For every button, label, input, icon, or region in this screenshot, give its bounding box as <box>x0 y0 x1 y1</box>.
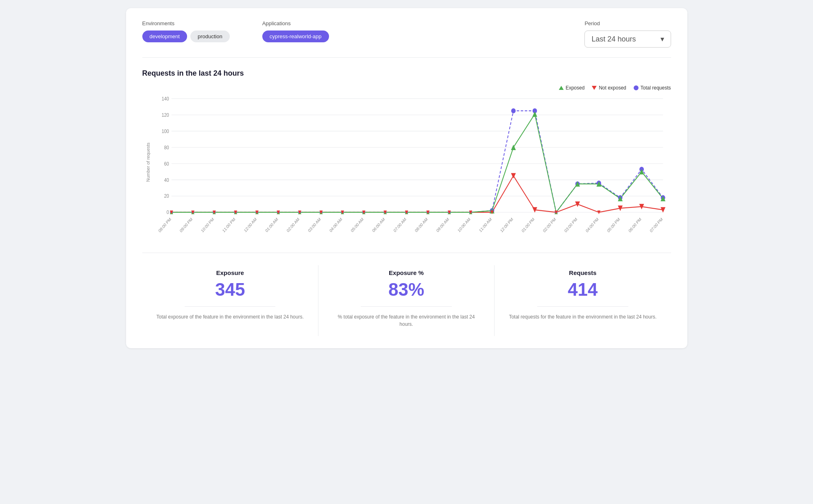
not-exposed-icon <box>592 86 597 90</box>
svg-text:08:00 PM: 08:00 PM <box>157 217 172 233</box>
svg-text:03:00 PM: 03:00 PM <box>563 217 578 233</box>
main-card: Environments development production Appl… <box>126 8 687 348</box>
chart-section: Requests in the last 24 hours Number of … <box>142 69 671 240</box>
environments-label: Environments <box>142 20 230 26</box>
stat-exposure-value: 345 <box>155 279 306 300</box>
svg-text:07:00 AM: 07:00 AM <box>392 217 407 233</box>
svg-text:10:00 AM: 10:00 AM <box>457 217 471 233</box>
legend-total-label: Total requests <box>641 85 671 91</box>
svg-text:60: 60 <box>164 161 169 166</box>
stat-exposure-pct-desc: % total exposure of the feature in the e… <box>331 313 482 328</box>
svg-text:40: 40 <box>164 177 169 183</box>
chart-wrapper: Number of requests Exposed Not exposed <box>142 85 671 240</box>
chart-container: Number of requests Exposed Not exposed <box>142 85 671 240</box>
svg-text:08:00 AM: 08:00 AM <box>414 217 428 233</box>
svg-text:09:00 AM: 09:00 AM <box>435 217 449 233</box>
exposed-icon <box>559 86 564 90</box>
environments-group: Environments development production <box>142 20 230 42</box>
svg-text:0: 0 <box>166 209 169 215</box>
svg-text:12:00 PM: 12:00 PM <box>499 217 514 233</box>
legend-not-exposed-label: Not exposed <box>599 85 626 91</box>
period-group: Period Last 24 hours ▾ <box>584 20 671 48</box>
stat-exposure-desc: Total exposure of the feature in the env… <box>155 313 306 321</box>
svg-text:03:00 AM: 03:00 AM <box>307 217 321 233</box>
stat-exposure: Exposure 345 Total exposure of the featu… <box>142 265 318 336</box>
svg-text:140: 140 <box>161 96 169 101</box>
svg-text:09:00 PM: 09:00 PM <box>179 217 193 233</box>
svg-marker-107 <box>575 201 580 207</box>
filters-row: Environments development production Appl… <box>142 20 671 58</box>
stat-requests: Requests 414 Total requests for the feat… <box>495 265 671 336</box>
svg-text:02:00 AM: 02:00 AM <box>286 217 300 233</box>
stat-requests-desc: Total requests for the feature in the en… <box>507 313 658 321</box>
chart-svg: 02040608010012014008:00 PM09:00 PM10:00 … <box>155 85 671 240</box>
svg-text:04:00 PM: 04:00 PM <box>585 217 599 233</box>
period-select[interactable]: Last 24 hours ▾ <box>584 31 671 48</box>
period-value: Last 24 hours <box>591 35 636 44</box>
svg-text:10:00 PM: 10:00 PM <box>200 217 215 233</box>
svg-text:11:00 PM: 11:00 PM <box>221 217 236 233</box>
stat-requests-label: Requests <box>507 269 658 276</box>
stat-exposure-pct-label: Exposure % <box>331 269 482 276</box>
svg-text:06:00 AM: 06:00 AM <box>371 217 386 233</box>
stat-divider-3 <box>537 306 628 307</box>
applications-group: Applications cypress-realworld-app <box>262 20 329 42</box>
svg-text:02:00 PM: 02:00 PM <box>542 217 557 233</box>
chart-legend: Exposed Not exposed Total requests <box>559 85 671 91</box>
legend-exposed: Exposed <box>559 85 585 91</box>
chart-inner: Exposed Not exposed Total requests <box>155 85 671 240</box>
stats-row: Exposure 345 Total exposure of the featu… <box>142 253 671 336</box>
pill-cypress-realworld-app[interactable]: cypress-realworld-app <box>262 31 329 42</box>
svg-text:20: 20 <box>164 193 169 199</box>
svg-marker-104 <box>511 173 516 178</box>
applications-label: Applications <box>262 20 329 26</box>
stat-divider-2 <box>361 306 451 307</box>
pill-production[interactable]: production <box>190 31 230 42</box>
svg-text:04:00 AM: 04:00 AM <box>328 217 342 233</box>
legend-total: Total requests <box>634 85 671 91</box>
svg-text:01:00 AM: 01:00 AM <box>264 217 279 233</box>
svg-text:01:00 PM: 01:00 PM <box>521 217 535 233</box>
stat-exposure-pct-value: 83% <box>331 279 482 300</box>
svg-text:05:00 AM: 05:00 AM <box>350 217 364 233</box>
chevron-down-icon: ▾ <box>660 35 664 44</box>
svg-text:100: 100 <box>161 128 169 134</box>
stat-exposure-pct: Exposure % 83% % total exposure of the f… <box>318 265 495 336</box>
total-icon <box>634 85 639 90</box>
svg-point-56 <box>511 109 515 113</box>
stat-requests-value: 414 <box>507 279 658 300</box>
legend-exposed-label: Exposed <box>566 85 585 91</box>
svg-text:11:00 AM: 11:00 AM <box>478 217 492 233</box>
legend-not-exposed: Not exposed <box>592 85 626 91</box>
period-label: Period <box>584 20 671 26</box>
svg-text:120: 120 <box>161 112 169 118</box>
svg-text:80: 80 <box>164 144 169 150</box>
application-pills: cypress-realworld-app <box>262 31 329 42</box>
svg-text:05:00 PM: 05:00 PM <box>606 217 621 233</box>
stat-divider-1 <box>185 306 275 307</box>
chart-title: Requests in the last 24 hours <box>142 69 671 78</box>
stat-exposure-label: Exposure <box>155 269 306 276</box>
y-axis-label: Number of requests <box>142 85 154 240</box>
svg-text:12:00 AM: 12:00 AM <box>243 217 257 233</box>
svg-text:06:00 PM: 06:00 PM <box>628 217 642 233</box>
svg-text:07:00 PM: 07:00 PM <box>649 217 663 233</box>
environment-pills: development production <box>142 31 230 42</box>
pill-development[interactable]: development <box>142 31 187 42</box>
